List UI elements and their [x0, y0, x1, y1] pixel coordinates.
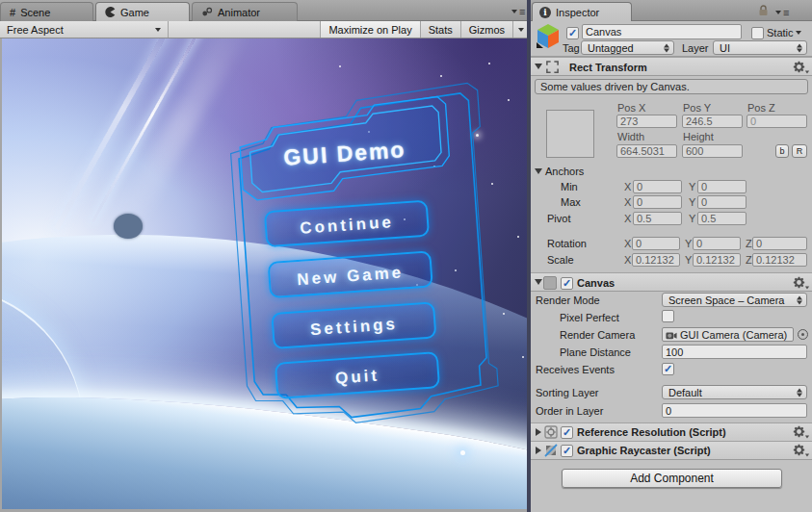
active-checkbox[interactable]: ✓ — [566, 27, 579, 39]
camera-icon — [666, 330, 677, 340]
glowing-star — [460, 450, 465, 455]
render-camera-label: Render Camera — [560, 329, 635, 341]
rotation-x-field[interactable]: 0 — [632, 237, 680, 250]
x-axis-label: X — [624, 213, 631, 224]
graphic-raycaster-foldout[interactable] — [536, 447, 541, 454]
z-axis-label: Z — [746, 254, 752, 266]
tag-dropdown[interactable]: Untagged — [581, 40, 674, 55]
layer-label: Layer — [682, 42, 709, 54]
tab-animator[interactable]: Animator — [192, 2, 298, 21]
game-panel-menu-icon[interactable]: ≡ — [511, 6, 525, 17]
height-field[interactable]: 600 — [682, 144, 743, 158]
x-axis-label: X — [624, 181, 631, 192]
pixel-perfect-label: Pixel Perfect — [560, 312, 619, 323]
y-axis-label: Y — [689, 213, 695, 224]
animator-icon — [201, 7, 213, 17]
gizmos-button[interactable]: Gizmos — [460, 21, 512, 38]
y-axis-label: Y — [689, 196, 695, 208]
y-axis-label: Y — [685, 238, 692, 249]
anchors-max-y-field[interactable]: 0 — [697, 195, 747, 209]
add-component-button[interactable]: Add Component — [562, 469, 782, 488]
name-field[interactable]: Canvas — [582, 24, 742, 39]
pos-z-label: Pos Z — [747, 102, 775, 114]
y-axis-label: Y — [689, 181, 695, 192]
layer-dropdown[interactable]: UI — [713, 40, 807, 55]
canvas-foldout[interactable] — [535, 279, 542, 285]
pivot-x-field[interactable]: 0.5 — [633, 212, 682, 225]
tab-scene[interactable]: # Scene — [0, 2, 93, 21]
anchors-max-label: Max — [561, 196, 581, 208]
graphic-raycaster-checkbox[interactable]: ✓ — [561, 445, 573, 457]
info-icon: i — [539, 7, 551, 18]
rect-preview-box — [546, 110, 594, 158]
game-toolbar: Free Aspect Maximize on Play Stats Gizmo… — [0, 21, 529, 38]
static-checkbox[interactable] — [751, 27, 764, 39]
order-in-layer-field[interactable]: 0 — [662, 403, 807, 418]
scale-x-field[interactable]: 0.12132 — [632, 253, 680, 267]
chevron-down-icon — [155, 28, 161, 32]
canvas-enabled-checkbox[interactable]: ✓ — [561, 277, 573, 290]
object-picker-icon[interactable] — [798, 329, 808, 340]
scale-z-field[interactable]: 0.12132 — [752, 253, 807, 267]
game-panel: # Scene Game Animator ≡ Free Aspect — [0, 0, 529, 512]
pivot-label: Pivot — [547, 213, 570, 224]
rotation-z-field[interactable]: 0 — [752, 237, 807, 250]
graphic-raycaster-gear-icon[interactable] — [793, 444, 808, 457]
reference-resolution-foldout[interactable] — [536, 428, 541, 436]
render-camera-object-field[interactable]: GUI Camera (Camera) — [662, 327, 794, 342]
receives-events-checkbox[interactable]: ✓ — [662, 363, 674, 375]
lock-icon[interactable] — [758, 5, 769, 19]
x-axis-label: X — [624, 196, 631, 208]
reference-resolution-gear-icon[interactable] — [793, 425, 808, 439]
sorting-layer-dropdown[interactable]: Default — [662, 385, 807, 399]
render-mode-dropdown[interactable]: Screen Space – Camera — [662, 293, 807, 307]
pos-x-field[interactable]: 273 — [616, 115, 677, 128]
pivot-y-field[interactable]: 0.5 — [697, 212, 747, 225]
rect-transform-gear-icon[interactable] — [793, 61, 808, 74]
static-label: Static — [767, 27, 794, 38]
anchors-max-x-field[interactable]: 0 — [633, 195, 682, 209]
pos-x-label: Pos X — [617, 102, 645, 114]
scale-y-field[interactable]: 0.12132 — [693, 253, 741, 267]
reference-resolution-icon — [544, 425, 558, 441]
x-axis-label: X — [624, 254, 631, 266]
aspect-dropdown[interactable]: Free Aspect — [0, 21, 169, 38]
raw-edit-mode-button[interactable]: R — [792, 144, 807, 158]
maximize-on-play-button[interactable]: Maximize on Play — [320, 21, 419, 38]
pos-y-field[interactable]: 246.5 — [682, 115, 743, 128]
canvas-component-title: Canvas — [577, 277, 615, 289]
tab-game[interactable]: Game — [95, 2, 190, 21]
gameobject-cube-icon[interactable] — [536, 22, 562, 51]
game-viewport: GUI Demo Continue New Game Settings Quit — [2, 38, 527, 509]
rect-transform-foldout[interactable] — [535, 64, 542, 69]
pixel-perfect-checkbox[interactable] — [662, 310, 674, 322]
pos-z-field[interactable]: 0 — [747, 115, 807, 128]
tab-game-label: Game — [120, 7, 149, 18]
tab-inspector[interactable]: i Inspector — [532, 2, 632, 21]
anchors-min-y-field[interactable]: 0 — [697, 180, 747, 193]
rotation-label: Rotation — [547, 238, 587, 249]
anchors-min-label: Min — [561, 181, 578, 192]
tab-inspector-label: Inspector — [556, 7, 599, 18]
game-view-icon — [105, 7, 116, 17]
height-label: Height — [683, 131, 714, 142]
reference-resolution-checkbox[interactable]: ✓ — [561, 426, 573, 439]
rect-transform-title: Rect Transform — [569, 62, 647, 73]
sorting-layer-label: Sorting Layer — [536, 387, 598, 398]
width-label: Width — [617, 131, 644, 142]
anchors-foldout[interactable] — [535, 168, 542, 174]
static-dropdown-arrow[interactable] — [796, 31, 801, 35]
inspector-menu-icon[interactable]: ≡ — [775, 7, 789, 18]
receives-events-label: Receives Events — [536, 364, 615, 375]
unity-editor-window: # Scene Game Animator ≡ Free Aspect — [0, 0, 812, 512]
x-axis-label: X — [624, 238, 631, 249]
reference-resolution-title: Reference Resolution (Script) — [577, 426, 726, 438]
canvas-gear-icon[interactable] — [793, 276, 808, 290]
stats-button[interactable]: Stats — [420, 21, 460, 38]
rotation-y-field[interactable]: 0 — [693, 237, 741, 250]
blueprint-mode-button[interactable]: b — [775, 144, 789, 158]
width-field[interactable]: 664.5031 — [616, 144, 677, 158]
rect-transform-icon — [545, 60, 560, 76]
plane-distance-field[interactable]: 100 — [662, 345, 807, 359]
anchors-min-x-field[interactable]: 0 — [633, 180, 682, 193]
